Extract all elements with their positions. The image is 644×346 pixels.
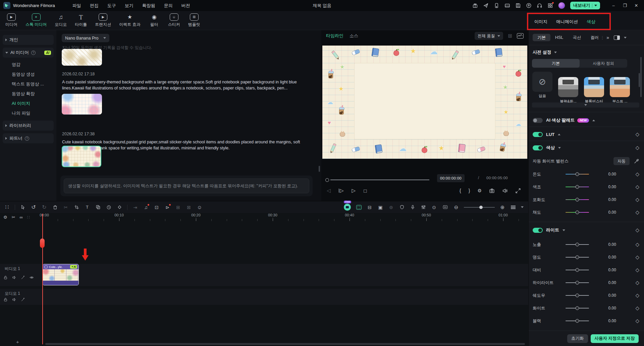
play-button[interactable]: ▷	[352, 188, 356, 194]
timeline-zoom-slider[interactable]	[464, 207, 495, 208]
scrubber-knob[interactable]	[325, 178, 329, 182]
timeline-ruler[interactable]: 00:00 00:10 00:20 00:30 00:40 00:50 01:0…	[37, 213, 528, 222]
tab-transitions[interactable]: ▶ 트랜지션	[95, 13, 111, 27]
keyframe-diamond-icon[interactable]: ◇	[635, 280, 639, 286]
audio-mixer-icon[interactable]	[420, 204, 426, 210]
blacks-slider[interactable]	[566, 321, 589, 322]
track-options-icon[interactable]: ∷	[27, 215, 30, 220]
tab-titles[interactable]: T 타이틀	[75, 13, 87, 27]
sidebar-item-inspiration[interactable]: 영감	[3, 60, 54, 69]
light-toggle[interactable]	[533, 228, 543, 233]
segment-basic[interactable]: 기본	[532, 59, 580, 68]
horizontal-scrollbar[interactable]	[45, 343, 525, 345]
preview-quality-icon[interactable]: ⊙	[431, 204, 437, 210]
quality-dropdown[interactable]: 전체 품질	[475, 32, 503, 40]
save-custom-button[interactable]: 사용자 지정으로 저장	[591, 334, 639, 343]
compare-view-icon[interactable]	[614, 36, 620, 40]
help-icon[interactable]: ?	[25, 136, 29, 141]
chevron-up-icon[interactable]	[592, 120, 595, 121]
sidebar-item-video-extend[interactable]: 동영상 확장	[3, 89, 54, 98]
highlights-slider[interactable]	[566, 282, 589, 283]
multiview-icon[interactable]: ⊞	[508, 33, 512, 39]
sidebar-group-ai-media[interactable]: AI 미디어 ? AI	[3, 48, 54, 58]
stop-button[interactable]: □	[364, 188, 367, 194]
menu-edit[interactable]: 편집	[90, 3, 99, 9]
current-timecode[interactable]: 00:00:00:00	[437, 174, 465, 182]
keyframe-diamond-icon[interactable]: ◇	[635, 227, 639, 233]
preset-blockbuster[interactable]: 블록버스터	[584, 72, 604, 104]
ai-audio-icon[interactable]: ♫	[143, 204, 149, 210]
magic-wand-icon[interactable]	[21, 275, 25, 281]
lut-toggle[interactable]	[533, 132, 543, 137]
scopes-icon[interactable]	[517, 33, 524, 39]
keyframe-diamond-icon[interactable]: ◇	[635, 171, 639, 177]
lock-icon[interactable]	[3, 297, 8, 303]
sidebar-item-my-files[interactable]: 나의 파일	[3, 108, 54, 118]
tab-stickers[interactable]: ☺ 스티커	[168, 13, 180, 27]
whites-slider[interactable]	[566, 308, 589, 309]
support-headset-icon[interactable]	[537, 3, 542, 8]
preset-header[interactable]: 사전 설정	[533, 49, 639, 56]
zoom-slider-knob[interactable]	[479, 206, 483, 209]
brightness-slider[interactable]	[566, 257, 589, 258]
subtab-hsl[interactable]: HSL	[550, 34, 568, 41]
help-icon[interactable]: ?	[31, 51, 36, 55]
saturation-slider[interactable]	[566, 199, 589, 200]
zoom-fit-icon[interactable]	[442, 204, 448, 210]
awb-auto-button[interactable]: 자동	[613, 157, 630, 165]
chevron-up-icon[interactable]	[558, 134, 560, 135]
scrollbar-thumb[interactable]	[639, 73, 640, 87]
lock-icon[interactable]	[3, 275, 8, 281]
speed-icon[interactable]	[106, 204, 112, 210]
text-to-speech-icon[interactable]: ⊞	[175, 204, 181, 210]
scrubber-track[interactable]	[330, 180, 429, 180]
vibrance-slider[interactable]	[566, 212, 589, 213]
restore-button[interactable]: ❐	[620, 1, 630, 10]
prompt-input[interactable]	[64, 179, 309, 193]
segment-custom[interactable]: 사용자 정의	[580, 59, 627, 68]
keyframe-diamond-icon[interactable]: ◇	[635, 145, 639, 151]
more-tabs-icon[interactable]: »	[606, 35, 609, 40]
tab-source-preview[interactable]: 소스	[350, 33, 358, 39]
audio-track-lane[interactable]	[0, 289, 528, 305]
export-button[interactable]: 내보내기	[570, 2, 600, 9]
sidebar-item-ai-image[interactable]: AI 이미지	[3, 98, 54, 108]
timeline-clip[interactable]: Cute...yle. ✦AI	[43, 264, 79, 285]
video-track-lane[interactable]	[0, 264, 528, 286]
sidebar-group-personal[interactable]: 개인	[3, 35, 54, 45]
color-toggle[interactable]	[533, 145, 543, 150]
tab-templates[interactable]: ⊞ 템플릿	[188, 13, 200, 27]
mark-out-button[interactable]: }	[469, 188, 470, 193]
tab-media[interactable]: ▶ 미디어	[5, 13, 17, 27]
keyframe-diamond-icon[interactable]: ◇	[635, 131, 639, 137]
upload-icon[interactable]	[526, 3, 532, 8]
tab-audio[interactable]: ♫ 오디오	[55, 13, 67, 27]
generated-image-thumbnail[interactable]	[62, 49, 102, 66]
link-clips-icon[interactable]: ∞	[20, 215, 23, 220]
keyframe-diamond-icon[interactable]: ◇	[635, 305, 639, 311]
tab-image[interactable]: 이미지	[534, 19, 547, 25]
minimize-button[interactable]: –	[608, 1, 619, 10]
crop-icon[interactable]	[73, 204, 79, 210]
exposure-slider[interactable]	[566, 244, 589, 245]
device-icon[interactable]	[494, 3, 499, 8]
speaker-icon[interactable]	[12, 297, 16, 303]
keyframe-diamond-icon[interactable]: ◇	[635, 254, 639, 260]
tab-effects[interactable]: ★ 이펙트 효과	[119, 13, 140, 27]
preset-black-white[interactable]: 블랙&화...	[558, 72, 579, 104]
next-frame-button[interactable]: ▷	[339, 188, 344, 194]
unlink-scissors-icon[interactable]: ✂	[12, 215, 15, 220]
sidebar-item-text-to-video[interactable]: 텍스트 동영상 ...	[3, 79, 54, 89]
subtab-color-wheel[interactable]: 컬러	[586, 34, 600, 41]
render-preview-icon[interactable]: ⊚	[388, 204, 394, 210]
playhead-line[interactable]	[42, 214, 43, 344]
ai-palette-toggle[interactable]	[533, 118, 543, 123]
ai-copilot-robot-icon[interactable]: Free	[343, 203, 351, 211]
sidebar-group-library[interactable]: 라이브러리	[3, 121, 54, 131]
mute-speaker-icon[interactable]	[502, 188, 508, 194]
ai-caption-icon[interactable]: ☺	[197, 204, 203, 210]
tab-stock-media[interactable]: ≡ 스톡 미디어	[25, 13, 47, 27]
previous-frame-button[interactable]: ◁	[327, 188, 331, 194]
playhead-handle[interactable]	[40, 238, 45, 248]
menu-view[interactable]: 보기	[125, 3, 133, 9]
